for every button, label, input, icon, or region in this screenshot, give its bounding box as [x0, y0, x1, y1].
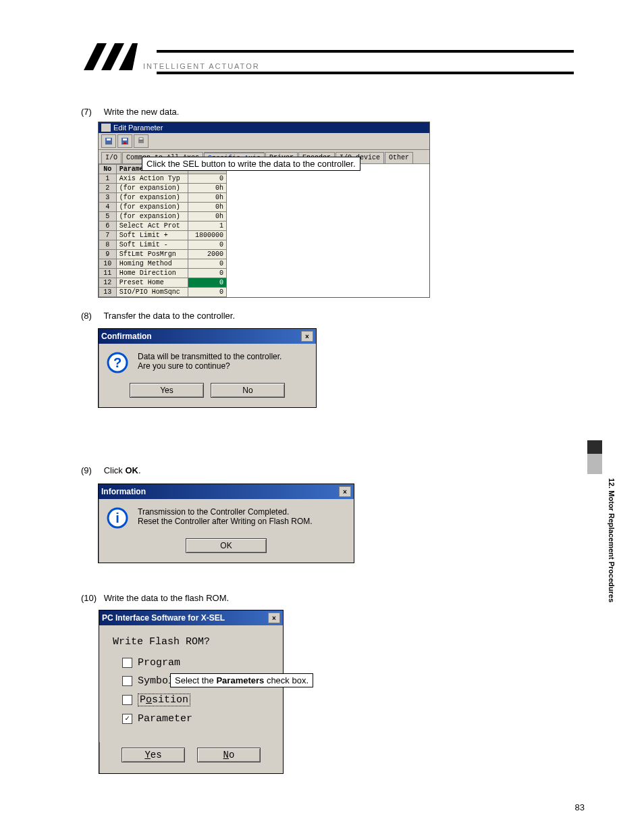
parameter-checkbox[interactable] — [122, 714, 132, 724]
edit-parameter-toolbar — [99, 133, 429, 150]
program-option[interactable]: Program — [122, 657, 272, 669]
step-7-text: (7) Write the new data. — [81, 107, 179, 117]
table-row: 4(for expansion)0h — [99, 203, 227, 212]
confirmation-title: Confirmation — [101, 332, 152, 341]
callout-sel-button: Click the SEL button to write the data t… — [142, 157, 360, 171]
step-8-text: (8) Transfer the data to the controller. — [81, 311, 235, 321]
table-row: 6Select Act Prot1 — [99, 221, 227, 231]
sel-write-icon[interactable] — [117, 134, 132, 148]
confirmation-message: Data will be transmitted to the controll… — [138, 352, 281, 373]
table-row: 8Soft Limit -0 — [99, 240, 227, 250]
position-checkbox[interactable] — [122, 695, 132, 705]
no-button[interactable]: No — [197, 748, 261, 762]
svg-text:i: i — [115, 511, 119, 525]
close-icon[interactable]: × — [301, 331, 313, 342]
flash-rom-titlebar: PC Interface Software for X-SEL × — [99, 610, 283, 625]
callout-parameters-checkbox: Select the Parameters check box. — [170, 673, 313, 687]
position-option[interactable]: Position — [122, 694, 272, 706]
ok-button[interactable]: OK — [186, 538, 267, 553]
table-row-active: 12Preset Home0 — [99, 278, 227, 288]
information-dialog: Information × i Transmission to the Cont… — [98, 484, 354, 563]
app-icon — [101, 124, 111, 132]
step-9-text: (9) Click OK. — [81, 465, 141, 475]
brand-logo-icon — [81, 41, 138, 73]
position-label: Position — [138, 694, 190, 706]
flash-question: Write Flash ROM? — [113, 636, 272, 648]
close-icon[interactable]: × — [339, 486, 351, 497]
edit-parameter-window: Edit Parameter I/O Common to All Axes Sp… — [98, 122, 430, 298]
symbol-checkbox[interactable] — [122, 676, 132, 686]
parameter-label: Parameter — [138, 713, 192, 725]
svg-rect-4 — [107, 138, 111, 140]
no-button[interactable]: No — [211, 383, 285, 398]
tab-io[interactable]: I/O — [101, 152, 122, 163]
page-number: 83 — [575, 802, 585, 812]
edit-parameter-titlebar: Edit Parameter — [99, 122, 429, 133]
parameter-option[interactable]: Parameter — [122, 713, 272, 725]
thumb-index — [587, 440, 602, 474]
table-row: 9SftLmt PosMrgn2000 — [99, 250, 227, 259]
info-icon: i — [107, 507, 128, 529]
confirmation-titlebar: Confirmation × — [99, 329, 316, 344]
program-label: Program — [138, 657, 180, 669]
yes-button[interactable]: Yes — [130, 383, 204, 398]
svg-marker-0 — [84, 43, 107, 70]
print-icon[interactable] — [134, 134, 149, 148]
flash-rom-dialog: PC Interface Software for X-SEL × Write … — [99, 610, 284, 774]
section-label: 12. Motor Replacement Procedures — [608, 478, 616, 602]
yes-button[interactable]: Yes — [122, 748, 185, 762]
flash-rom-title: PC Interface Software for X-SEL — [102, 613, 225, 623]
program-checkbox[interactable] — [122, 658, 132, 668]
edit-parameter-title: Edit Parameter — [113, 124, 163, 132]
table-row: 10Homing Method0 — [99, 259, 227, 269]
svg-rect-8 — [138, 140, 144, 143]
save-icon[interactable] — [101, 134, 116, 148]
table-row: 2(for expansion)0h — [99, 184, 227, 193]
svg-text:?: ? — [113, 355, 122, 370]
table-row: 11Home Direction0 — [99, 269, 227, 278]
step-10-text: (10) Write the data to the flash ROM. — [81, 593, 229, 603]
confirmation-dialog: Confirmation × ? Data will be transmitte… — [98, 328, 317, 408]
table-row: 1Axis Action Typ0 — [99, 174, 227, 184]
tab-other[interactable]: Other — [385, 152, 413, 163]
table-row: 13SIO/PIO HomSqnc0 — [99, 288, 227, 297]
table-row: 5(for expansion)0h — [99, 212, 227, 221]
svg-rect-9 — [139, 138, 143, 140]
page-header: INTELLIGENT ACTUATOR — [81, 41, 574, 73]
parameter-grid: No Parame 1Axis Action Typ0 2(for expans… — [99, 164, 429, 297]
header-rule-top — [157, 50, 574, 53]
svg-rect-6 — [123, 138, 127, 140]
question-icon: ? — [107, 352, 128, 373]
table-row: 7Soft Limit +1800000 — [99, 231, 227, 240]
information-titlebar: Information × — [99, 484, 354, 499]
close-icon[interactable]: × — [268, 613, 280, 623]
header-rule-bottom — [157, 72, 574, 74]
table-row: 3(for expansion)0h — [99, 193, 227, 203]
symbol-label: Symbol — [138, 675, 174, 687]
information-message: Transmission to the Controller Completed… — [138, 507, 313, 529]
svg-marker-1 — [101, 43, 124, 70]
col-no: No — [99, 165, 117, 174]
information-title: Information — [101, 487, 146, 496]
